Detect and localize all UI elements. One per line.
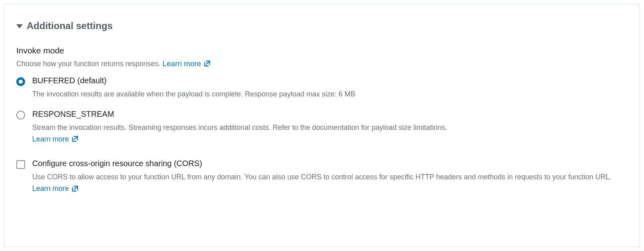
cors-body: Configure cross-origin resource sharing … (32, 159, 628, 194)
option-label: RESPONSE_STREAM (32, 110, 628, 119)
option-description-text: Stream the invocation results. Streaming… (32, 124, 447, 131)
invoke-mode-heading: Invoke mode (16, 46, 628, 55)
additional-settings-panel: Additional settings Invoke mode Choose h… (4, 4, 640, 247)
cors-label: Configure cross-origin resource sharing … (32, 159, 628, 168)
invoke-mode-group: Invoke mode Choose how your function ret… (16, 46, 628, 145)
invoke-mode-description: Choose how your function returns respons… (16, 60, 160, 68)
cors-row[interactable]: Configure cross-origin resource sharing … (16, 159, 628, 194)
invoke-mode-option-response-stream[interactable]: RESPONSE_STREAM Stream the invocation re… (16, 110, 628, 145)
additional-settings-header[interactable]: Additional settings (16, 20, 628, 31)
option-description: The invocation results are available whe… (32, 88, 628, 100)
section-title: Additional settings (27, 20, 113, 31)
radio-buffered[interactable] (16, 77, 25, 86)
cors-learn-more-link[interactable]: Learn more (32, 183, 78, 194)
option-description: Stream the invocation results. Streaming… (32, 122, 628, 145)
external-link-icon (71, 185, 78, 192)
option-body: RESPONSE_STREAM Stream the invocation re… (32, 110, 628, 145)
learn-more-label: Learn more (162, 59, 201, 68)
response-stream-learn-more-link[interactable]: Learn more (32, 133, 78, 145)
external-link-icon (71, 135, 78, 143)
learn-more-label: Learn more (32, 133, 69, 145)
cors-description-text: Use CORS to allow access to your functio… (32, 173, 612, 181)
option-label: BUFFERED (default) (32, 76, 628, 85)
option-body: BUFFERED (default) The invocation result… (32, 76, 628, 100)
external-link-icon (203, 60, 211, 67)
cors-description: Use CORS to allow access to your functio… (32, 171, 628, 194)
invoke-mode-learn-more-link[interactable]: Learn more (162, 59, 211, 68)
caret-down-icon (16, 24, 23, 28)
invoke-mode-option-buffered[interactable]: BUFFERED (default) The invocation result… (16, 76, 628, 100)
invoke-mode-description-row: Choose how your function returns respons… (16, 59, 628, 68)
learn-more-label: Learn more (32, 183, 69, 194)
cors-checkbox[interactable] (16, 160, 25, 169)
radio-response-stream[interactable] (16, 111, 25, 120)
